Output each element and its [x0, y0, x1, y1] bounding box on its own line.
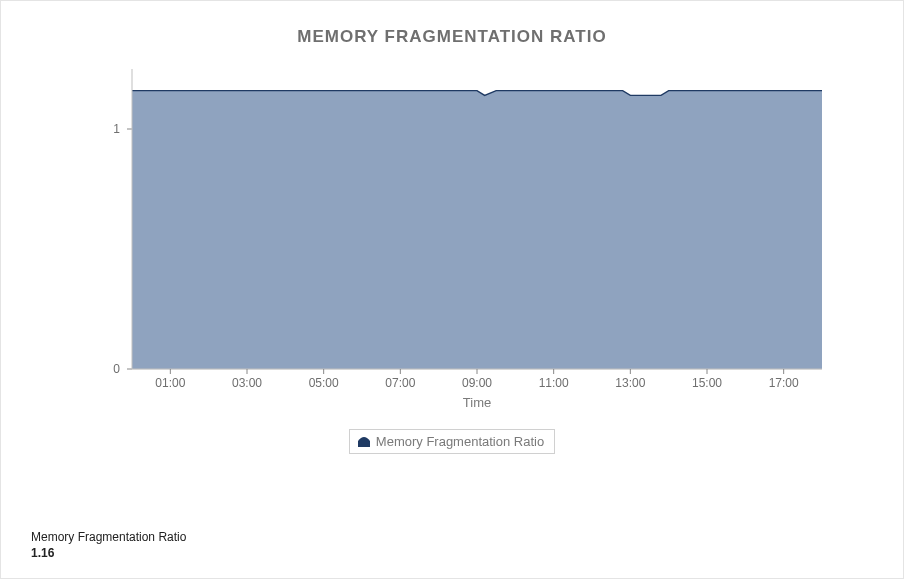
- chart-panel: MEMORY FRAGMENTATION RATIO 0101:0003:000…: [0, 0, 904, 579]
- chart-plot-container: 0101:0003:0005:0007:0009:0011:0013:0015:…: [72, 59, 832, 454]
- svg-text:17:00: 17:00: [769, 376, 799, 390]
- svg-text:Time: Time: [463, 395, 491, 410]
- svg-text:1: 1: [113, 122, 120, 136]
- svg-text:07:00: 07:00: [385, 376, 415, 390]
- legend-swatch-icon: [358, 437, 370, 447]
- svg-text:01:00: 01:00: [155, 376, 185, 390]
- svg-text:0: 0: [113, 362, 120, 376]
- summary-label: Memory Fragmentation Ratio: [31, 530, 186, 544]
- svg-text:03:00: 03:00: [232, 376, 262, 390]
- chart-title: MEMORY FRAGMENTATION RATIO: [31, 27, 873, 47]
- svg-text:13:00: 13:00: [615, 376, 645, 390]
- summary-value: 1.16: [31, 546, 186, 560]
- svg-text:11:00: 11:00: [539, 376, 569, 390]
- chart-legend: Memory Fragmentation Ratio: [349, 429, 555, 454]
- summary-readout: Memory Fragmentation Ratio 1.16: [31, 530, 186, 560]
- svg-text:15:00: 15:00: [692, 376, 722, 390]
- svg-text:05:00: 05:00: [309, 376, 339, 390]
- area-chart[interactable]: 0101:0003:0005:0007:0009:0011:0013:0015:…: [72, 59, 832, 419]
- legend-label: Memory Fragmentation Ratio: [376, 434, 544, 449]
- svg-text:09:00: 09:00: [462, 376, 492, 390]
